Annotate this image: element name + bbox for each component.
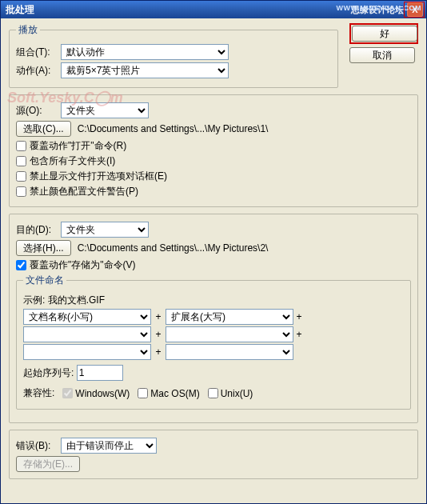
dest-select[interactable]: 文件夹 [61, 222, 149, 238]
chk-unix-label: Unix(U) [221, 388, 253, 399]
name-field-3[interactable] [23, 326, 151, 342]
chk-unix[interactable] [208, 388, 218, 398]
dest-label: 目的(D): [16, 223, 61, 237]
titlebar: 批处理 思缘设计论坛 WWW.MISSYUAN.COM X [1, 1, 426, 18]
example-label: 示例: [23, 294, 45, 307]
source-choose-button[interactable]: 选取(C)... [16, 121, 71, 137]
dest-choose-button[interactable]: 选择(H)... [16, 240, 71, 256]
window-title: 批处理 [6, 3, 351, 17]
naming-group: 文件命名 示例: 我的文档.GIF 文档名称(小写) + 扩展名(大写) + +… [16, 274, 411, 410]
errors-saveas-button: 存储为(E)... [16, 456, 80, 472]
errors-select[interactable]: 由于错误而停止 [61, 438, 157, 454]
source-path: C:\Documents and Settings\...\My Picture… [78, 123, 269, 134]
ok-button[interactable]: 好 [352, 26, 417, 42]
plus-3: + [151, 329, 166, 340]
dest-group: 目的(D): 文件夹 选择(H)... C:\Documents and Set… [9, 214, 418, 423]
name-field-2[interactable]: 扩展名(大写) [166, 309, 293, 325]
name-field-1[interactable]: 文档名称(小写) [23, 309, 151, 325]
chk-macos[interactable] [138, 388, 148, 398]
chk-subfolders-label: 包含所有子文件夹(I) [30, 154, 115, 168]
cancel-button[interactable]: 取消 [349, 47, 415, 63]
plus-4: + [293, 329, 305, 340]
action-select[interactable]: 裁剪5×7英寸照片 [61, 62, 229, 78]
chk-macos-label: Mac OS(M) [150, 388, 199, 399]
name-field-6[interactable] [166, 344, 293, 360]
naming-legend: 文件命名 [23, 274, 66, 287]
name-field-5[interactable] [23, 344, 151, 360]
action-label: 动作(A): [16, 64, 61, 78]
chk-windows [62, 388, 73, 398]
chk-override-open[interactable] [16, 141, 26, 151]
start-seq-label: 起始序列号: [23, 366, 74, 380]
chk-override-saveas-label: 覆盖动作"存储为"命令(V) [30, 258, 136, 272]
plus-1: + [151, 311, 166, 322]
titlebar-url: WWW.MISSYUAN.COM [337, 4, 422, 12]
plus-5: + [151, 346, 166, 358]
name-field-4[interactable] [166, 326, 293, 342]
ok-highlight: 好 [349, 23, 418, 44]
example-value: 我的文档.GIF [48, 294, 105, 307]
errors-label: 错误(B): [16, 439, 61, 453]
set-label: 组合(T): [16, 46, 61, 59]
chk-suppress-open-dialog-label: 禁止显示文件打开选项对话框(E) [30, 170, 167, 183]
chk-override-saveas[interactable] [16, 260, 26, 270]
play-legend: 播放 [16, 23, 40, 37]
chk-subfolders[interactable] [16, 156, 26, 166]
source-label: 源(O): [16, 104, 61, 118]
chk-windows-label: Windows(W) [75, 388, 130, 399]
source-select[interactable]: 文件夹 [61, 102, 149, 118]
plus-2: + [293, 311, 305, 322]
set-select[interactable]: 默认动作 [61, 44, 229, 60]
dest-path: C:\Documents and Settings\...\My Picture… [78, 242, 269, 254]
chk-suppress-color-warn-label: 禁止颜色配置文件警告(P) [30, 185, 138, 198]
chk-suppress-color-warn[interactable] [16, 186, 26, 197]
compat-label: 兼容性: [23, 386, 54, 400]
source-group: 源(O): 文件夹 选取(C)... C:\Documents and Sett… [9, 94, 418, 207]
errors-group: 错误(B): 由于错误而停止 存储为(E)... [9, 430, 418, 479]
play-group: 播放 组合(T): 默认动作 动作(A): 裁剪5×7英寸照片 [9, 23, 338, 88]
start-seq-input[interactable] [77, 365, 123, 381]
chk-override-open-label: 覆盖动作"打开"命令(R) [30, 139, 126, 153]
chk-suppress-open-dialog[interactable] [16, 171, 26, 182]
